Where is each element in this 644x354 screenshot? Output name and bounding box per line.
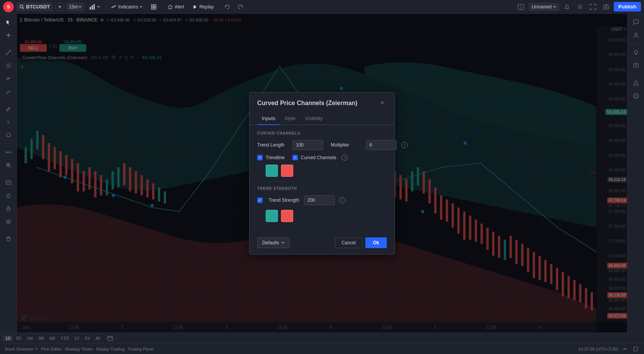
- chart-area[interactable]: ₿ Bitcoin / TetherUS · 15 · BINANCE O 63…: [17, 14, 627, 333]
- notification-button[interactable]: [562, 2, 572, 12]
- color-swatch-red-1[interactable]: [281, 165, 293, 177]
- trend-strength-input[interactable]: [304, 195, 335, 205]
- shape-tool[interactable]: [2, 129, 15, 141]
- tf-ytd[interactable]: YTD: [58, 335, 71, 341]
- pine-right-button[interactable]: [630, 77, 642, 89]
- alerts-icon: [6, 193, 11, 198]
- defaults-button[interactable]: Defaults: [257, 237, 289, 248]
- hide-tool[interactable]: [2, 216, 15, 228]
- color-swatch-green-1[interactable]: [266, 165, 278, 177]
- trend-strength-info-icon[interactable]: i: [339, 197, 345, 203]
- tf-5d[interactable]: 5D: [14, 335, 24, 341]
- lock-tool[interactable]: [2, 203, 15, 215]
- pencil-tool[interactable]: [2, 103, 15, 115]
- tf-1m[interactable]: 1M: [25, 335, 35, 341]
- clock-button[interactable]: [630, 90, 642, 102]
- zoom-tool[interactable]: [2, 159, 15, 171]
- tf-1y[interactable]: 1Y: [72, 335, 82, 341]
- tf-all[interactable]: All: [93, 335, 102, 341]
- cancel-button[interactable]: Cancel: [335, 237, 362, 248]
- pattern-tool[interactable]: [2, 72, 15, 85]
- trend-strength-checkbox[interactable]: ✓: [257, 198, 263, 203]
- chevron-down-icon: [79, 6, 82, 8]
- tool-sep-2: [4, 100, 13, 100]
- trendline-checkbox[interactable]: ✓: [257, 155, 263, 160]
- ok-button[interactable]: Ok: [365, 237, 387, 248]
- chevron-down-icon-2: [97, 6, 100, 8]
- layout-icon: [518, 4, 524, 10]
- alerts-tool[interactable]: [2, 189, 15, 202]
- multiplier-info-icon[interactable]: i: [401, 142, 407, 148]
- symbol-selector[interactable]: BTCUSDT: [16, 2, 53, 11]
- add-symbol-button[interactable]: +: [55, 2, 64, 12]
- expand-up-icon: [623, 347, 627, 351]
- channel-tool[interactable]: [2, 86, 15, 98]
- screener-right-button[interactable]: [630, 59, 642, 72]
- text-tool[interactable]: T: [2, 116, 15, 128]
- svg-line-26: [7, 92, 10, 94]
- interval-selector[interactable]: 15m: [67, 3, 84, 11]
- user-avatar[interactable]: S: [3, 2, 14, 12]
- crosshair-tool[interactable]: [2, 29, 15, 41]
- calendar-button[interactable]: [105, 334, 115, 343]
- ideas-button[interactable]: [630, 46, 642, 59]
- delete-tool[interactable]: [2, 233, 15, 245]
- publish-button[interactable]: Publish: [614, 2, 641, 12]
- chart-type-button[interactable]: [86, 2, 103, 12]
- fullscreen-button[interactable]: [588, 2, 598, 12]
- right-sidebar: [627, 14, 644, 333]
- modal-close-button[interactable]: ×: [378, 99, 387, 108]
- layout-button[interactable]: [516, 2, 526, 12]
- tf-6m[interactable]: 6M: [47, 335, 58, 341]
- timeframes-bar: 1D 5D 1M 3M 6M YTD 1Y 5Y All: [0, 333, 644, 343]
- settings-button[interactable]: [575, 2, 585, 12]
- strategy-tester-button[interactable]: Strategy Tester: [65, 347, 93, 351]
- fib-tool[interactable]: [2, 59, 15, 72]
- user-button[interactable]: [630, 29, 642, 41]
- indicators-button[interactable]: Indicators: [108, 3, 146, 11]
- resize-icon: [633, 347, 638, 351]
- chat-button[interactable]: [630, 16, 642, 28]
- templates-button[interactable]: [148, 3, 159, 11]
- tf-3m[interactable]: 3M: [36, 335, 46, 341]
- curved-channels-checkbox[interactable]: ✓: [292, 155, 298, 160]
- trading-panel-button[interactable]: Trading Panel: [128, 347, 154, 351]
- screenshot-button[interactable]: [601, 2, 611, 12]
- replay-trading-button[interactable]: Replay Trading: [96, 347, 125, 351]
- pine-icon: [633, 80, 639, 86]
- tab-visibility[interactable]: Visibility: [300, 112, 327, 125]
- replay-button[interactable]: Replay: [189, 3, 217, 11]
- pine-editor-button[interactable]: Pine Editor: [41, 347, 62, 351]
- trendline-tool[interactable]: [2, 46, 15, 59]
- resize-button[interactable]: [632, 345, 639, 353]
- channel-icon: [6, 89, 11, 94]
- svg-point-0: [20, 5, 23, 8]
- tab-inputs[interactable]: Inputs: [257, 112, 280, 125]
- curved-channels-info-icon[interactable]: i: [342, 155, 348, 161]
- trendline-label: Trendline: [266, 155, 285, 160]
- color-swatch-green-2[interactable]: [266, 210, 278, 222]
- top-bar: S BTCUSDT + 15m Indicators Alert Replay: [0, 0, 644, 14]
- multiplier-input[interactable]: [366, 140, 397, 150]
- color-swatch-red-2[interactable]: [281, 210, 293, 222]
- svg-point-20: [6, 54, 7, 55]
- tf-1d[interactable]: 1D: [3, 335, 13, 341]
- redo-button[interactable]: [235, 2, 246, 12]
- tab-style[interactable]: Style: [280, 112, 300, 125]
- tf-5y[interactable]: 5Y: [82, 335, 92, 341]
- svg-rect-40: [7, 208, 10, 211]
- alert-button[interactable]: Alert: [164, 3, 187, 11]
- tool-sep-1: [4, 44, 13, 44]
- trend-length-input[interactable]: [292, 140, 323, 150]
- cursor-tool[interactable]: [2, 16, 15, 28]
- measure-tool[interactable]: [2, 146, 15, 158]
- clock-icon: [633, 93, 639, 99]
- redo-icon: [237, 4, 243, 10]
- undo-button[interactable]: [222, 2, 233, 12]
- stock-screener-button[interactable]: Stock Screener: [5, 347, 38, 351]
- unnamed-dropdown[interactable]: Unnamed: [529, 3, 559, 11]
- expand-up-button[interactable]: [621, 345, 629, 353]
- watchlist-tool[interactable]: [2, 176, 15, 189]
- separator-2: [162, 3, 162, 11]
- timeframes-group: 1D 5D 1M 3M 6M YTD 1Y 5Y All: [3, 335, 102, 341]
